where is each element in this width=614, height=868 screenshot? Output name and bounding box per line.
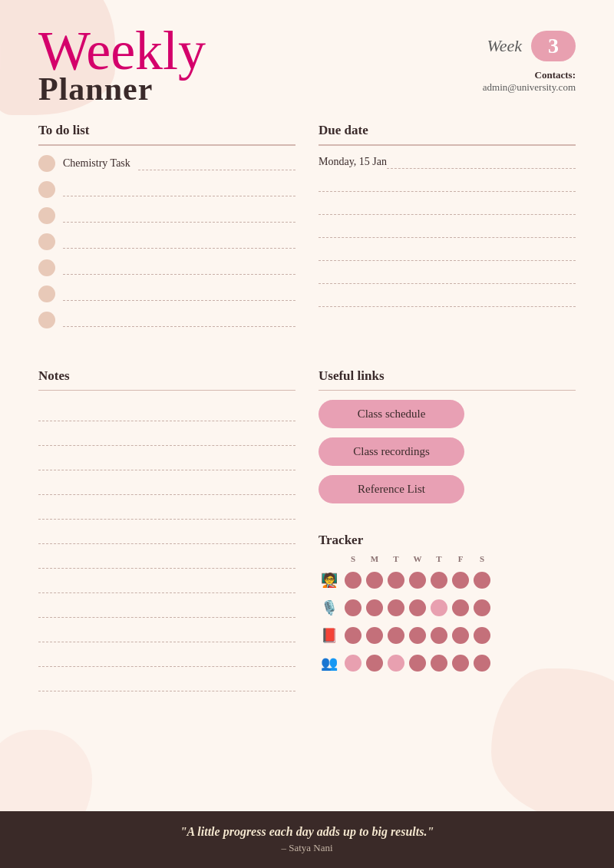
- tracker-title: Tracker: [319, 533, 576, 548]
- day-label-s2: S: [474, 554, 490, 563]
- tracker-dot: [474, 655, 490, 672]
- notes-divider: [38, 390, 295, 391]
- tracker-icon-mic: 🎙️: [319, 597, 340, 619]
- note-line: [38, 596, 295, 618]
- todo-circle: [38, 312, 55, 328]
- links-divider: [319, 390, 576, 391]
- due-item-text: Monday, 15 Jan: [319, 156, 387, 168]
- tracker-dot: [345, 599, 361, 616]
- due-line: [387, 155, 576, 169]
- todo-line: [63, 313, 295, 327]
- contacts-label: Contacts:: [483, 69, 576, 81]
- day-label-t2: T: [431, 554, 447, 563]
- note-line: [38, 621, 295, 642]
- tracker-dot: [388, 627, 404, 644]
- todo-circle: [38, 259, 55, 276]
- todo-row: [38, 181, 295, 198]
- tracker-row-4: 👥: [319, 652, 576, 674]
- note-line: [38, 572, 295, 593]
- tracker-dot: [366, 655, 383, 672]
- todo-line: [63, 183, 295, 196]
- note-line: [38, 547, 295, 569]
- todo-line: [63, 209, 295, 223]
- tracker-dot: [452, 599, 469, 616]
- due-row: [319, 178, 576, 192]
- main-grid: To do list Chemistry Task: [38, 123, 576, 695]
- contacts-email: admin@university.com: [483, 81, 576, 94]
- due-divider: [319, 144, 576, 146]
- todo-row: Chemistry Task: [38, 155, 295, 172]
- todo-title: To do list: [38, 123, 295, 138]
- tracker-icon-book: 📕: [319, 625, 340, 646]
- todo-circle: [38, 285, 55, 302]
- note-line: [38, 424, 295, 446]
- planner-title: Planner: [38, 71, 206, 107]
- todo-circle: [38, 207, 55, 224]
- tracker-dot: [345, 627, 361, 644]
- week-row: Week 3: [487, 31, 576, 61]
- tracker-dot: [431, 627, 447, 644]
- todo-circle: [38, 181, 55, 198]
- due-line: [319, 224, 576, 238]
- right-column: Useful links Class schedule Class record…: [319, 361, 576, 695]
- class-recordings-button[interactable]: Class recordings: [319, 437, 464, 466]
- note-line: [38, 400, 295, 421]
- note-line: [38, 670, 295, 691]
- tracker-icon-people: 👥: [319, 652, 340, 674]
- due-row: [319, 224, 576, 238]
- note-line: [38, 449, 295, 470]
- due-row: [319, 201, 576, 215]
- todo-circle: [38, 233, 55, 250]
- reference-list-button[interactable]: Reference List: [319, 475, 464, 503]
- due-row: [319, 293, 576, 307]
- todo-line: [63, 261, 295, 275]
- note-line: [38, 523, 295, 544]
- notes-section: Notes: [38, 368, 295, 695]
- due-row: [319, 247, 576, 261]
- due-row: Monday, 15 Jan: [319, 155, 576, 169]
- day-label-m: M: [366, 554, 383, 563]
- todo-line: [138, 157, 295, 170]
- header-right: Week 3 Contacts: admin@university.com: [483, 23, 576, 94]
- due-title: Due date: [319, 123, 576, 138]
- week-label: Week: [487, 36, 522, 56]
- tracker-row-1: 🧑‍🏫: [319, 569, 576, 591]
- todo-row: [38, 312, 295, 328]
- todo-line: [63, 235, 295, 249]
- tracker-dot: [431, 599, 447, 616]
- todo-rows: Chemistry Task: [38, 155, 295, 328]
- class-schedule-button[interactable]: Class schedule: [319, 400, 464, 428]
- tracker-row-2: 🎙️: [319, 597, 576, 619]
- notes-lines: [38, 400, 295, 691]
- tracker-section: Tracker S M T W T F S 🧑‍🏫: [319, 533, 576, 680]
- due-line: [319, 270, 576, 284]
- day-label-f: F: [452, 554, 469, 563]
- due-line: [319, 201, 576, 215]
- todo-row: [38, 259, 295, 276]
- notes-title: Notes: [38, 368, 295, 384]
- todo-line: [63, 287, 295, 301]
- tracker-icon-teacher: 🧑‍🏫: [319, 569, 340, 591]
- due-line: [319, 293, 576, 307]
- note-line: [38, 645, 295, 667]
- links-section: Useful links Class schedule Class record…: [319, 368, 576, 513]
- due-line: [319, 247, 576, 261]
- tracker-dot: [452, 572, 469, 589]
- day-label-t: T: [388, 554, 404, 563]
- tracker-dot: [409, 655, 426, 672]
- quote-author: – Satya Nani: [31, 842, 583, 854]
- tracker-dot: [409, 572, 426, 589]
- tracker-dot: [388, 655, 404, 672]
- todo-circle: [38, 155, 55, 172]
- tracker-dot: [474, 572, 490, 589]
- links-title: Useful links: [319, 368, 576, 384]
- todo-divider: [38, 144, 295, 146]
- tracker-dot: [366, 572, 383, 589]
- tracker-dot: [388, 572, 404, 589]
- tracker-dot: [452, 627, 469, 644]
- tracker-dot: [409, 627, 426, 644]
- tracker-dot: [345, 655, 361, 672]
- header: Weekly Planner Week 3 Contacts: admin@un…: [38, 15, 576, 107]
- note-line: [38, 498, 295, 520]
- week-number: 3: [531, 31, 576, 61]
